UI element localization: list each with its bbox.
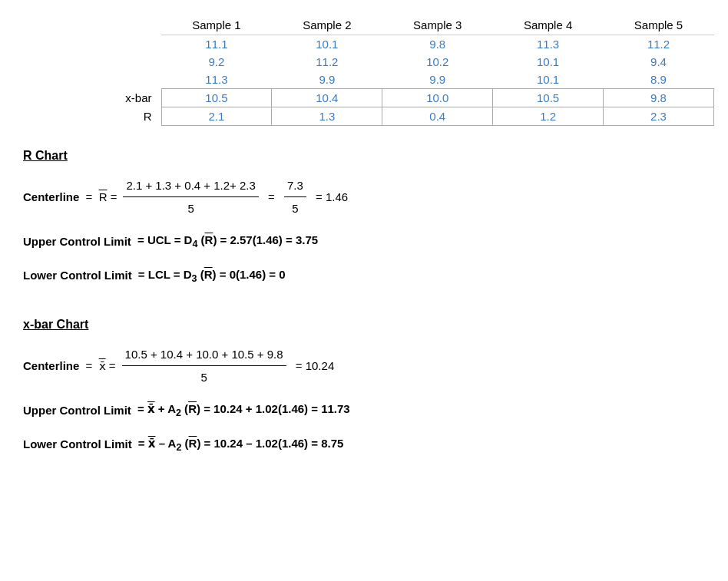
xbar-s1: 10.5: [161, 89, 272, 107]
centerline-label: Centerline: [23, 187, 79, 207]
r-s1: 2.1: [161, 107, 272, 126]
centerline-eq: = R =: [82, 187, 117, 207]
xbar-chart-title: x-bar Chart: [23, 318, 705, 332]
r-s2: 1.3: [272, 107, 382, 126]
r-chart-centerline: Centerline = R = 2.1 + 1.3 + 0.4 + 1.2+ …: [23, 175, 705, 219]
r-bar-result: = 1.46: [313, 187, 348, 207]
xbar-centerline-label: Centerline: [23, 355, 79, 376]
data-table-container: Sample 1 Sample 2 Sample 3 Sample 4 Samp…: [84, 15, 705, 126]
cell-r1-s5: 11.2: [604, 35, 714, 54]
header-sample4: Sample 4: [493, 15, 604, 35]
xbar-centerline-eq: = x̄ =: [82, 355, 115, 376]
xbar-label: x-bar: [84, 89, 161, 107]
ucl-formula: = UCL = D4 (R) = 2.57(1.46) = 3.75: [134, 229, 318, 253]
cell-r1-s2: 10.1: [272, 35, 382, 54]
xbar-fraction: 10.5 + 10.4 + 10.0 + 10.5 + 9.8 5: [122, 344, 286, 388]
cell-r3-s5: 8.9: [604, 71, 714, 89]
cell-r3-s4: 10.1: [493, 71, 604, 89]
xbar-s5: 9.8: [604, 89, 714, 107]
cell-r1-s1: 11.1: [161, 35, 272, 54]
cell-r3-s2: 9.9: [272, 71, 382, 89]
header-sample3: Sample 3: [382, 15, 493, 35]
header-sample5: Sample 5: [604, 15, 714, 35]
xbar-row: x-bar 10.5 10.4 10.0 10.5 9.8: [84, 89, 714, 107]
xbar-lcl-label: Lower Control Limit: [23, 434, 132, 454]
r-chart-title: R Chart: [23, 149, 705, 163]
r-row: R 2.1 1.3 0.4 1.2 2.3: [84, 107, 714, 126]
cell-r2-s1: 9.2: [161, 53, 272, 71]
xbar-ucl-formula: = x̄ + A2 (R) = 10.24 + 1.02(1.46) = 11.…: [134, 398, 350, 422]
table-header-row: Sample 1 Sample 2 Sample 3 Sample 4 Samp…: [84, 15, 714, 35]
xbar-ucl-label: Upper Control Limit: [23, 400, 131, 421]
r-chart-section: R Chart Centerline = R = 2.1 + 1.3 + 0.4…: [23, 149, 705, 287]
ucl-label: Upper Control Limit: [23, 231, 131, 252]
r-s4: 1.2: [493, 107, 604, 126]
xbar-lcl-formula: = x̄ – A2 (R) = 10.24 – 1.02(1.46) = 8.7…: [135, 433, 344, 457]
r-bar-simplified: 7.3 5: [284, 175, 306, 219]
table-row: 11.3 9.9 9.9 10.1 8.9: [84, 71, 714, 89]
cell-r2-s2: 11.2: [272, 53, 382, 71]
r-chart-lcl: Lower Control Limit = LCL = D3 (R) = 0(1…: [23, 264, 705, 288]
cell-r3-s1: 11.3: [161, 71, 272, 89]
cell-r2-s3: 10.2: [382, 53, 493, 71]
cell-r1-s4: 11.3: [493, 35, 604, 54]
r-chart-ucl: Upper Control Limit = UCL = D4 (R) = 2.5…: [23, 229, 705, 253]
lcl-formula: = LCL = D3 (R) = 0(1.46) = 0: [135, 264, 286, 288]
r-bar-equals: =: [265, 187, 278, 207]
xbar-chart-centerline: Centerline = x̄ = 10.5 + 10.4 + 10.0 + 1…: [23, 344, 705, 388]
xbar-s4: 10.5: [493, 89, 604, 107]
xbar-s2: 10.4: [272, 89, 382, 107]
data-table: Sample 1 Sample 2 Sample 3 Sample 4 Samp…: [84, 15, 714, 126]
lcl-label: Lower Control Limit: [23, 265, 132, 286]
cell-r2-s5: 9.4: [604, 53, 714, 71]
r-s3: 0.4: [382, 107, 493, 126]
header-sample1: Sample 1: [161, 15, 272, 35]
cell-r3-s3: 9.9: [382, 71, 493, 89]
xbar-result: = 10.24: [293, 355, 335, 376]
xbar-chart-section: x-bar Chart Centerline = x̄ = 10.5 + 10.…: [23, 318, 705, 456]
header-sample2: Sample 2: [272, 15, 382, 35]
cell-r2-s4: 10.1: [493, 53, 604, 71]
r-bar-fraction: 2.1 + 1.3 + 0.4 + 1.2+ 2.3 5: [123, 175, 258, 219]
xbar-s3: 10.0: [382, 89, 493, 107]
xbar-chart-lcl: Lower Control Limit = x̄ – A2 (R) = 10.2…: [23, 433, 705, 457]
r-s5: 2.3: [604, 107, 714, 126]
cell-r1-s3: 9.8: [382, 35, 493, 54]
table-row: 11.1 10.1 9.8 11.3 11.2: [84, 35, 714, 54]
xbar-chart-ucl: Upper Control Limit = x̄ + A2 (R) = 10.2…: [23, 398, 705, 422]
table-row: 9.2 11.2 10.2 10.1 9.4: [84, 53, 714, 71]
r-label: R: [84, 107, 161, 126]
